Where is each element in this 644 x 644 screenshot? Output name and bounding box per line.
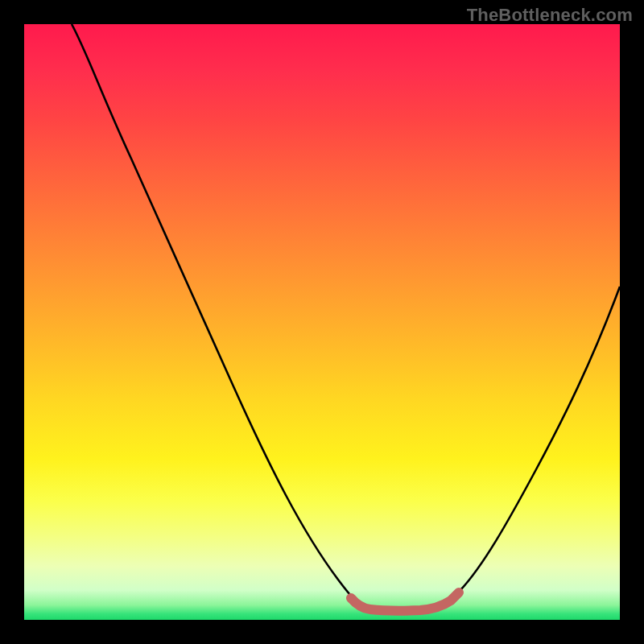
optimal-flat-segment bbox=[351, 592, 459, 611]
chart-frame: TheBottleneck.com bbox=[0, 0, 644, 644]
chart-svg bbox=[24, 24, 620, 620]
plot-area bbox=[24, 24, 620, 620]
bottleneck-curve bbox=[72, 24, 620, 610]
watermark-text: TheBottleneck.com bbox=[467, 5, 633, 26]
